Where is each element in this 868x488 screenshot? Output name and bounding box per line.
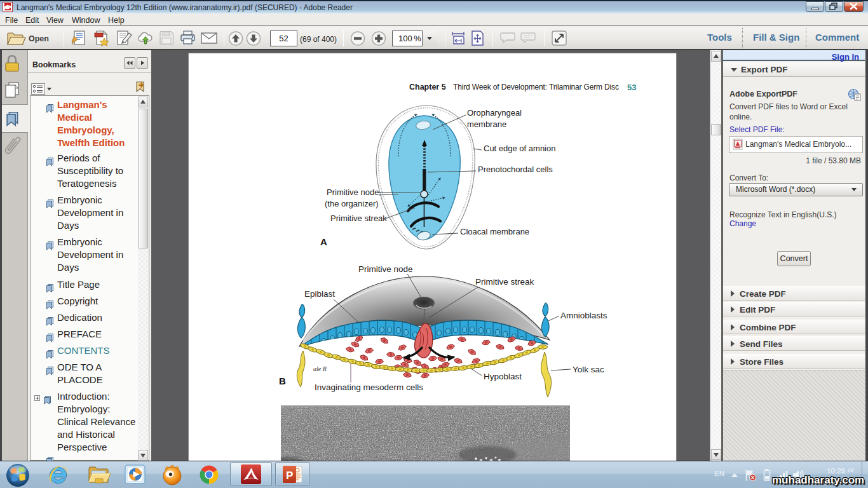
svg-text:Primitive streak: Primitive streak — [475, 277, 534, 287]
svg-text:Chapter 5: Chapter 5 — [409, 83, 446, 92]
svg-text:Epiblast: Epiblast — [304, 289, 335, 299]
svg-text:Cloacal membrane: Cloacal membrane — [460, 227, 529, 236]
svg-text:B: B — [279, 376, 286, 386]
svg-text:A: A — [320, 236, 327, 247]
svg-text:Yolk sac: Yolk sac — [573, 365, 604, 374]
svg-text:Primitive node: Primitive node — [327, 187, 379, 197]
svg-text:Amnioblasts: Amnioblasts — [560, 311, 607, 320]
svg-text:Cut edge of amnion: Cut edge of amnion — [484, 144, 555, 153]
svg-text:(the organizer): (the organizer) — [325, 199, 379, 208]
svg-text:Prenotochordal cells: Prenotochordal cells — [478, 165, 553, 174]
svg-text:P: P — [286, 470, 293, 482]
svg-text:membrane: membrane — [467, 119, 506, 129]
svg-text:ale R: ale R — [313, 365, 327, 372]
svg-text:53: 53 — [627, 83, 636, 92]
svg-text:Primitive node: Primitive node — [358, 264, 413, 274]
svg-text:Primitive streak: Primitive streak — [330, 214, 387, 223]
svg-text:Hypoblast: Hypoblast — [484, 372, 522, 381]
svg-text:Third Week of Development: Tri: Third Week of Development: Trilaminar Ge… — [453, 83, 619, 92]
svg-text:Oropharyngeal: Oropharyngeal — [467, 108, 522, 118]
svg-text:Invaginating mesoderm cells: Invaginating mesoderm cells — [315, 383, 423, 392]
